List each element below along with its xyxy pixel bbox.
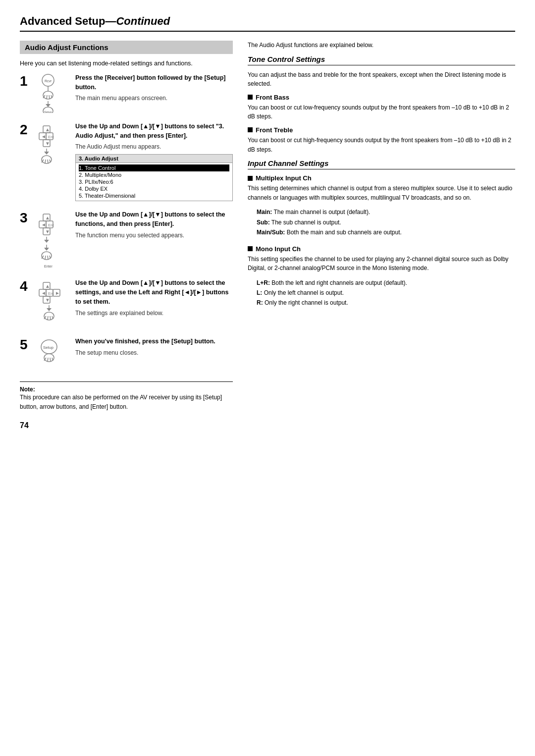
multiplex-value-1: The main channel is output (default). — [273, 209, 370, 216]
svg-text:▼: ▼ — [45, 297, 50, 303]
svg-line-24 — [45, 160, 46, 163]
tone-control-title: Tone Control Settings — [248, 55, 515, 65]
svg-text:▲: ▲ — [45, 127, 50, 132]
step-2-row: 2 ▲ ◄ Ent ▼ — [20, 122, 233, 202]
front-bass-title: Front Bass — [248, 94, 515, 101]
mono-value-3: Only the right channel is output. — [265, 299, 348, 306]
svg-line-42 — [48, 256, 48, 260]
svg-line-25 — [48, 160, 48, 163]
step-2-content: Use the Up and Down [▲]/[▼] buttons to s… — [75, 122, 233, 202]
mono-text: This setting specifies the channel to be… — [248, 255, 515, 273]
right-column: The Audio Adjust functions are explained… — [248, 41, 515, 430]
receiver-setup-svg: Rcvr Setup — [38, 73, 68, 113]
svg-text:Setup: Setup — [44, 110, 52, 113]
svg-line-66 — [48, 358, 48, 362]
mono-label-1: L+R: — [257, 279, 270, 286]
svg-text:▲: ▲ — [45, 283, 50, 289]
step-3-icon: ▲ ◄ Ent ▼ — [36, 210, 70, 270]
step-1-number: 1 — [20, 74, 31, 88]
step-2-icon: ▲ ◄ Ent ▼ — [36, 122, 70, 171]
step-1-instruction: Press the [Receiver] button followed by … — [75, 73, 233, 92]
svg-line-41 — [45, 256, 46, 260]
svg-text:▼: ▼ — [45, 229, 50, 234]
svg-point-57 — [44, 312, 54, 320]
front-bass-bullet — [248, 95, 253, 100]
step-4-icon: ▲ ◄ Ent ► ▼ — [36, 278, 70, 328]
all-buttons-svg: ▲ ◄ Ent ► ▼ — [38, 278, 68, 328]
note-section: Note: This procedure can also be perform… — [20, 381, 233, 411]
step-4-number: 4 — [20, 279, 31, 293]
svg-marker-38 — [44, 248, 49, 251]
step-1-row: 1 Rcvr — [20, 73, 233, 113]
menu-item-5: 5. Theater-Dimensional — [79, 192, 229, 199]
multiplex-item-2: Sub: The sub channel is output. — [257, 217, 515, 227]
svg-text:Rcvr: Rcvr — [45, 79, 52, 83]
front-treble-title: Front Treble — [248, 126, 515, 134]
multiplex-text: This setting determines which channel is… — [248, 184, 515, 202]
mono-item-2: L: Only the left channel is output. — [257, 288, 515, 298]
svg-line-26 — [50, 160, 51, 162]
step-4-content: Use the Up and Down [▲]/[▼] buttons to s… — [75, 278, 233, 317]
note-label: Note: — [20, 386, 233, 393]
step-5-subtext: The setup menu closes. — [75, 348, 233, 357]
mono-value-1: Both the left and right channels are out… — [271, 279, 407, 286]
multiplex-item-3: Main/Sub: Both the main and sub channels… — [257, 227, 515, 237]
menu-item-4: 4. Dolby EX — [79, 185, 229, 192]
step-5-content: When you've finished, press the [Setup] … — [75, 337, 233, 357]
menu-item-3: 3. PLIIx/Neo:6 — [79, 178, 229, 185]
step-3-row: 3 ▲ ◄ Ent ▼ — [20, 210, 233, 270]
front-treble-bullet — [248, 127, 253, 132]
svg-text:▲: ▲ — [45, 215, 50, 220]
svg-text:Setup: Setup — [43, 345, 54, 350]
svg-point-3 — [43, 91, 53, 99]
step-2-menu: 3. Audio Adjust 1. Tone Control 2. Multi… — [75, 154, 233, 201]
note-text: This procedure can also be performed on … — [20, 393, 233, 411]
arrow-buttons-svg-2: ▲ ◄ Ent ▼ — [38, 210, 68, 270]
input-channel-title: Input Channel Settings — [248, 159, 515, 169]
multiplex-title: Multiplex Input Ch — [248, 174, 515, 182]
svg-line-61 — [52, 316, 53, 319]
svg-text:Ent: Ent — [48, 135, 54, 139]
svg-line-68 — [52, 358, 53, 361]
menu-header: 3. Audio Adjust — [76, 155, 232, 163]
svg-line-60 — [50, 316, 51, 320]
svg-marker-21 — [44, 152, 49, 155]
step-3-content: Use the Up and Down [▲]/[▼] buttons to s… — [75, 210, 233, 240]
step-1-icon: Rcvr Setup — [36, 73, 70, 113]
step-1-content: Press the [Receiver] button followed by … — [75, 73, 233, 103]
front-treble-text: You can boost or cut high-frequency soun… — [248, 136, 515, 154]
svg-marker-56 — [47, 308, 52, 311]
step-3-number: 3 — [20, 211, 31, 225]
mono-item-3: R: Only the right channel is output. — [257, 298, 515, 308]
step-5-row: 5 Setup When you've finished, press the … — [20, 337, 233, 367]
mono-bullet — [248, 246, 253, 251]
page-number: 74 — [20, 421, 233, 430]
step-5-number: 5 — [20, 338, 31, 352]
svg-marker-36 — [44, 240, 49, 243]
setup-button-svg: Setup — [38, 337, 68, 367]
svg-line-43 — [50, 256, 51, 259]
step-4-subtext: The settings are explained below. — [75, 309, 233, 318]
mono-items: L+R: Both the left and right channels ar… — [257, 278, 515, 308]
mono-label-2: L: — [257, 289, 262, 296]
step-2-subtext: The Audio Adjust menu appears. — [75, 142, 233, 151]
step-2-instruction: Use the Up and Down [▲]/[▼] buttons to s… — [75, 122, 233, 141]
multiplex-items: Main: The main channel is output (defaul… — [257, 207, 515, 237]
menu-items: 1. Tone Control 2. Multiplex/Mono 3. PLI… — [76, 163, 232, 201]
svg-line-6 — [49, 95, 50, 99]
menu-item-1: 1. Tone Control — [79, 164, 229, 171]
multiplex-value-3: Both the main and sub channels are outpu… — [287, 229, 402, 236]
page-header: Advanced Setup—Continued — [20, 15, 515, 32]
svg-line-7 — [51, 95, 52, 98]
page-title: Advanced Setup—Continued — [20, 15, 515, 28]
multiplex-value-2: The sub channel is output. — [271, 219, 341, 226]
step-4-row: 4 ▲ ◄ Ent ► ▼ — [20, 278, 233, 328]
svg-text:Ent: Ent — [48, 223, 54, 227]
step-5-icon: Setup — [36, 337, 70, 367]
tone-control-intro: You can adjust the bass and treble for t… — [248, 70, 515, 89]
mono-value-2: Only the left channel is output. — [264, 289, 344, 296]
svg-text:►: ► — [55, 290, 60, 296]
svg-text:◄: ◄ — [41, 222, 46, 227]
svg-line-5 — [47, 95, 47, 99]
arrow-buttons-svg-1: ▲ ◄ Ent ▼ — [38, 122, 68, 171]
